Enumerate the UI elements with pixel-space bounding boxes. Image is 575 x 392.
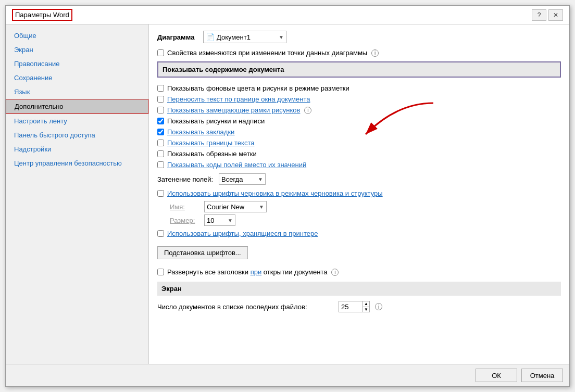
checkbox-crop-marks: Показывать обрезные метки: [157, 148, 561, 159]
font-sub-container: Подстановка шрифтов...: [157, 243, 561, 262]
font-size-dropdown[interactable]: 10 ▼: [204, 214, 235, 226]
sidebar-item-screen[interactable]: Экран: [6, 43, 148, 57]
diagram-value: Документ1: [217, 33, 277, 41]
font-size-value: 10: [207, 217, 226, 224]
diagram-label: Диаграмма: [157, 33, 199, 41]
placeholder-checkbox[interactable]: [157, 107, 164, 113]
sidebar: Общие Экран Правописание Сохранение Язык…: [6, 24, 149, 364]
placeholder-info-icon[interactable]: i: [304, 107, 311, 114]
title-buttons: ? ✕: [532, 9, 563, 21]
checkbox-text-borders: Показывать границы текста: [157, 137, 561, 148]
ok-button[interactable]: ОК: [476, 369, 517, 382]
expand-headings-info-icon[interactable]: i: [331, 269, 339, 276]
sidebar-item-language[interactable]: Язык: [6, 85, 148, 99]
sidebar-item-save[interactable]: Сохранение: [6, 71, 148, 85]
title-bar: Параметры Word ? ✕: [6, 6, 569, 24]
show-changes-checkbox[interactable]: [157, 49, 164, 56]
checkbox-bg-colors: Показывать фоновые цвета и рисунки в реж…: [157, 83, 561, 94]
recent-docs-down-arrow[interactable]: ▼: [363, 307, 369, 312]
sidebar-item-advanced[interactable]: Дополнительно: [6, 99, 148, 114]
sidebar-item-addins[interactable]: Надстройки: [6, 142, 148, 156]
field-shading-row: Затенение полей: Всегда ▼: [157, 173, 561, 185]
checkbox-printer-fonts: Использовать шрифты, хранящиеся в принте…: [157, 228, 561, 239]
expand-headings-label: Развернуть все заголовки при открытии до…: [167, 268, 327, 276]
checkbox-placeholder: Показывать замещающие рамки рисунков i: [157, 105, 561, 116]
chevron-down-icon-shading: ▼: [258, 176, 263, 182]
field-codes-label: Показывать коды полей вместо их значений: [167, 161, 306, 169]
checkbox-expand-headings: Развернуть все заголовки при открытии до…: [157, 267, 561, 277]
printer-fonts-label: Использовать шрифты, хранящиеся в принте…: [167, 230, 318, 237]
recent-docs-label: Число документов в списке последних файл…: [157, 303, 334, 311]
chevron-down-icon-size: ▼: [228, 218, 233, 223]
font-size-label: Размер:: [170, 217, 196, 224]
printer-fonts-checkbox[interactable]: [157, 230, 164, 237]
close-button[interactable]: ✕: [548, 9, 563, 21]
draft-fonts-label: Использовать шрифты черновика в режимах …: [167, 189, 383, 197]
crop-marks-label: Показывать обрезные метки: [167, 150, 257, 158]
sidebar-item-ribbon[interactable]: Настроить ленту: [6, 114, 148, 128]
show-changes-info-icon[interactable]: i: [371, 49, 379, 57]
show-bookmarks-label: Показывать закладки: [167, 128, 234, 136]
recent-docs-up-arrow[interactable]: ▲: [363, 301, 369, 307]
recent-docs-arrows: ▲ ▼: [362, 301, 369, 312]
checkbox-field-codes: Показывать коды полей вместо их значений: [157, 159, 561, 170]
help-button[interactable]: ?: [532, 9, 546, 21]
dialog-body: Общие Экран Правописание Сохранение Язык…: [6, 24, 569, 364]
wrap-text-label: Переносить текст по границе окна докумен…: [167, 95, 310, 103]
checkbox-draft-fonts: Использовать шрифты черновика в режимах …: [157, 188, 561, 199]
font-name-row: Имя: Courier New ▼: [170, 201, 561, 212]
dialog-title: Параметры Word: [12, 9, 72, 21]
font-substitution-button[interactable]: Подстановка шрифтов...: [157, 246, 248, 259]
placeholder-label: Показывать замещающие рамки рисунков: [167, 106, 300, 114]
dialog-footer: ОК Отмена: [6, 364, 569, 386]
recent-docs-value: 25: [339, 303, 362, 311]
recent-docs-info-icon[interactable]: i: [375, 303, 382, 310]
show-changes-row: Свойства изменяются при изменении точки …: [157, 47, 561, 58]
word-options-dialog: Параметры Word ? ✕ Общие Экран Правописа…: [5, 5, 570, 387]
show-content-label: Показывать содержимое документа: [162, 66, 284, 73]
screen-section-label: Экран: [161, 285, 182, 293]
sidebar-item-spelling[interactable]: Правописание: [6, 57, 148, 71]
bg-colors-checkbox[interactable]: [157, 85, 164, 92]
show-bookmarks-checkbox[interactable]: [157, 129, 164, 135]
checkbox-wrap-text: Переносить текст по границе окна докумен…: [157, 94, 561, 105]
screen-section-header: Экран: [157, 282, 561, 296]
font-name-value: Courier New: [207, 203, 257, 211]
sidebar-item-quickaccess[interactable]: Панель быстрого доступа: [6, 128, 148, 142]
font-name-label: Имя:: [170, 203, 196, 211]
show-changes-label: Свойства изменяются при изменении точки …: [167, 49, 367, 57]
crop-marks-checkbox[interactable]: [157, 150, 164, 157]
draft-fonts-checkbox[interactable]: [157, 190, 164, 197]
font-size-row: Размер: 10 ▼: [170, 214, 561, 226]
field-shading-value: Всегда: [221, 175, 256, 183]
diagram-row: Диаграмма 📄 Документ1 ▼: [157, 31, 561, 43]
sidebar-item-trust[interactable]: Центр управления безопасностью: [6, 156, 148, 170]
chevron-down-icon: ▼: [279, 34, 284, 40]
diagram-dropdown[interactable]: 📄 Документ1 ▼: [203, 31, 286, 43]
field-shading-dropdown[interactable]: Всегда ▼: [219, 173, 266, 185]
checkbox-show-bookmarks: Показывать закладки: [157, 127, 561, 137]
text-borders-label: Показывать границы текста: [167, 139, 254, 147]
recent-docs-row: Число документов в списке последних файл…: [157, 301, 561, 312]
show-content-section-header: Показывать содержимое документа: [157, 61, 561, 78]
field-shading-label: Затенение полей:: [157, 175, 215, 183]
title-bar-left: Параметры Word: [12, 9, 72, 21]
field-codes-checkbox[interactable]: [157, 161, 164, 168]
content-area: Диаграмма 📄 Документ1 ▼ Свойства изменяю…: [149, 24, 569, 364]
show-pics-label: Показывать рисунки и надписи: [167, 117, 265, 125]
show-pics-checkbox[interactable]: [157, 118, 164, 124]
content-inner: Диаграмма 📄 Документ1 ▼ Свойства изменяю…: [149, 24, 569, 364]
text-borders-checkbox[interactable]: [157, 140, 164, 146]
sidebar-item-general[interactable]: Общие: [6, 29, 148, 43]
bg-colors-label: Показывать фоновые цвета и рисунки в реж…: [167, 84, 349, 92]
cancel-button[interactable]: Отмена: [521, 369, 563, 382]
document-icon: 📄: [206, 33, 215, 41]
recent-docs-spinner[interactable]: 25 ▲ ▼: [339, 301, 370, 312]
font-name-dropdown[interactable]: Courier New ▼: [204, 201, 267, 212]
chevron-down-icon-font: ▼: [259, 204, 264, 210]
wrap-text-checkbox[interactable]: [157, 96, 164, 103]
checkbox-show-pics: Показывать рисунки и надписи: [157, 116, 561, 127]
expand-headings-checkbox[interactable]: [157, 269, 164, 275]
